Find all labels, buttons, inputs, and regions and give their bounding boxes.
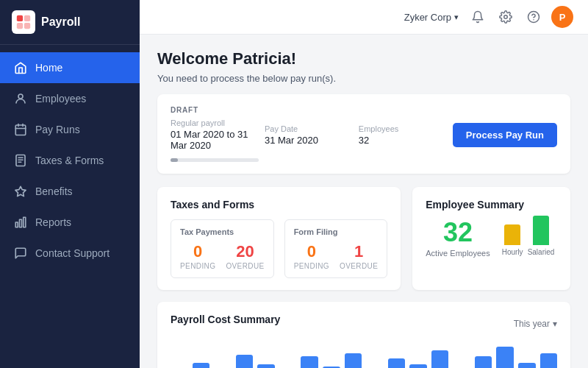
sidebar-item-taxes-label: Taxes & Forms (35, 155, 104, 166)
svg-rect-5 (15, 125, 26, 135)
chart-bar-17 (540, 353, 558, 368)
hourly-bar-col: Hourly (502, 224, 523, 256)
bar-fill-11 (409, 364, 427, 368)
draft-badge: DRAFT (171, 106, 557, 114)
bar-fill-15 (496, 347, 514, 368)
welcome-title: Welcome Patricia! (157, 49, 570, 68)
svg-point-4 (18, 94, 23, 99)
header-icons: P (467, 6, 573, 28)
employees-value: 32 (359, 135, 453, 146)
chart-bar-15 (496, 347, 514, 368)
salaried-label: Salaried (528, 248, 555, 256)
employee-count-label: Active Employees (426, 249, 490, 258)
sidebar-item-reports[interactable]: Reports (0, 207, 140, 238)
bar-fill-8 (345, 353, 362, 368)
org-selector[interactable]: Zyker Corp ▾ (404, 12, 459, 23)
chevron-down-icon: ▾ (553, 319, 557, 329)
form-filing-section: Form Filing 0 PENDING 1 OVERDUE (284, 219, 388, 278)
svg-rect-7 (15, 222, 18, 227)
pay-date-label: Pay Date (265, 124, 359, 133)
home-icon (13, 60, 28, 75)
tax-pending-col: 0 PENDING (180, 242, 215, 270)
question-icon[interactable] (523, 7, 544, 27)
progress-bar-fill (171, 158, 178, 162)
chart-bar-8 (345, 353, 362, 368)
salaried-bar (533, 216, 549, 245)
two-col-section: Taxes and Forms Tax Payments 0 PENDING 2… (157, 187, 570, 290)
payrun-card: DRAFT Regular payroll 01 Mar 2020 to 31 … (157, 94, 570, 174)
chart-bar-4 (257, 364, 275, 368)
tax-overdue-label: OVERDUE (226, 262, 264, 270)
progress-bar-background (171, 158, 259, 162)
chart-bar-12 (431, 350, 449, 368)
bell-icon[interactable] (467, 7, 488, 27)
sidebar-item-payruns[interactable]: Pay Runs (0, 114, 140, 145)
taxes-card-title: Taxes and Forms (171, 199, 387, 210)
tax-payments-label: Tax Payments (180, 227, 265, 236)
tax-overdue-value: 20 (236, 242, 254, 261)
sidebar-item-benefits-label: Benefits (35, 185, 73, 197)
sidebar-item-employees[interactable]: Employees (0, 83, 140, 114)
bar-fill-14 (475, 356, 492, 368)
salaried-bar-col: Salaried (528, 216, 555, 256)
payroll-cost-title: Payroll Cost Summary (171, 314, 280, 325)
chart-bar-14 (475, 356, 492, 368)
payroll-bar-chart (171, 343, 557, 368)
calendar-icon (13, 122, 28, 137)
payroll-cost-header: Payroll Cost Summary This year ▾ (171, 314, 557, 334)
form-pending-value: 0 (307, 242, 316, 261)
sidebar: Payroll Home Employees (0, 0, 140, 368)
tax-payments-section: Tax Payments 0 PENDING 20 OVERDUE (171, 219, 274, 278)
document-icon (13, 153, 28, 168)
main-content: Zyker Corp ▾ (140, 0, 588, 368)
tax-pending-label: PENDING (180, 262, 215, 270)
form-overdue-value: 1 (354, 242, 363, 261)
form-pending-label: PENDING (294, 262, 329, 270)
svg-rect-9 (24, 217, 26, 227)
bar-fill-12 (431, 350, 449, 368)
app-logo: Payroll (0, 0, 140, 45)
sidebar-item-reports-label: Reports (35, 216, 71, 228)
svg-rect-8 (20, 219, 22, 227)
pay-date-value: 31 Mar 2020 (265, 135, 359, 146)
payroll-cost-card: Payroll Cost Summary This year ▾ (157, 302, 570, 368)
process-payrun-button[interactable]: Process Pay Run (453, 123, 557, 147)
payrun-type-label: Regular payroll (171, 118, 265, 127)
bar-icon (13, 215, 28, 230)
sidebar-item-support[interactable]: Contact Support (0, 238, 140, 269)
bar-fill-6 (301, 356, 318, 368)
chart-bar-6 (301, 356, 318, 368)
sidebar-item-employees-label: Employees (35, 93, 86, 105)
payrun-type: Regular payroll 01 Mar 2020 to 31 Mar 20… (171, 118, 265, 151)
bar-fill-16 (518, 363, 536, 368)
sidebar-item-home[interactable]: Home (0, 52, 140, 83)
person-icon (13, 91, 28, 106)
page-content: Welcome Patricia! You need to process th… (140, 35, 588, 368)
avatar[interactable]: P (551, 6, 573, 28)
top-header: Zyker Corp ▾ (140, 0, 588, 35)
svg-rect-1 (24, 15, 30, 21)
form-overdue-label: OVERDUE (340, 262, 378, 270)
svg-rect-0 (17, 15, 23, 21)
bar-fill-3 (236, 355, 254, 368)
sidebar-item-benefits[interactable]: Benefits (0, 176, 140, 207)
payrun-period: 01 Mar 2020 to 31 Mar 2020 (171, 129, 265, 151)
tax-payments-nums: 0 PENDING 20 OVERDUE (180, 242, 265, 270)
settings-icon[interactable] (495, 7, 516, 27)
sidebar-item-taxes[interactable]: Taxes & Forms (0, 145, 140, 176)
bar-fill-17 (540, 353, 558, 368)
taxes-forms-card: Taxes and Forms Tax Payments 0 PENDING 2… (157, 187, 401, 290)
employee-count-col: 32 Active Employees (426, 219, 490, 258)
svg-rect-3 (24, 23, 30, 29)
chart-bar-10 (388, 358, 406, 368)
star-icon (13, 184, 28, 199)
sidebar-item-support-label: Contact Support (35, 247, 110, 259)
employee-summary-card: Employee Summary 32 Active Employees Hou… (412, 187, 570, 290)
payroll-period-selector[interactable]: This year ▾ (514, 319, 557, 329)
bar-fill-10 (388, 358, 406, 368)
form-filing-label: Form Filing (294, 227, 379, 236)
bar-fill-4 (257, 364, 275, 368)
nav-menu: Home Employees Pay Runs (0, 45, 140, 276)
sidebar-item-payruns-label: Pay Runs (35, 124, 80, 135)
employees-label: Employees (359, 124, 453, 133)
